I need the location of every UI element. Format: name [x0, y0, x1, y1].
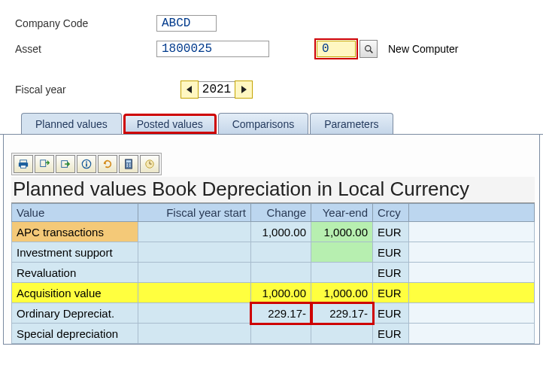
row-revaluation: Revaluation EUR — [12, 263, 535, 283]
svg-point-18 — [129, 166, 131, 167]
cell-change[interactable] — [251, 263, 311, 283]
svg-marker-3 — [241, 86, 247, 93]
cell-crcy[interactable]: EUR — [373, 324, 409, 344]
cell-yearend[interactable]: 1,000.00 — [311, 283, 373, 303]
calculator-icon — [123, 159, 134, 169]
tab-strip: Planned values Posted values Comparisons… — [0, 113, 543, 345]
export-button[interactable] — [35, 155, 54, 173]
cell-spacer — [409, 283, 535, 303]
calculator-button[interactable] — [119, 155, 138, 173]
cell-fys[interactable] — [138, 242, 251, 263]
clock-button[interactable] — [140, 155, 159, 173]
tab-planned-values[interactable]: Planned values — [21, 113, 122, 134]
cell-yearend[interactable]: 229.17- — [311, 303, 373, 324]
cell-label[interactable]: Revaluation — [12, 263, 138, 283]
col-change[interactable]: Change — [251, 204, 311, 222]
asset-description: New Computer — [388, 43, 458, 55]
cell-spacer — [409, 242, 535, 263]
fiscal-year-next-button[interactable] — [235, 81, 253, 99]
cell-change[interactable] — [251, 242, 311, 263]
tab-label: Posted values — [137, 118, 203, 130]
tab-comparisons[interactable]: Comparisons — [218, 113, 308, 134]
row-investment-support: Investment support EUR — [12, 242, 535, 263]
col-value[interactable]: Value — [12, 204, 138, 222]
row-acquisition-value: Acquisition value 1,000.00 1,000.00 EUR — [12, 283, 535, 303]
tab-label: Planned values — [35, 118, 108, 130]
export2-button[interactable] — [56, 155, 75, 173]
info-icon — [81, 159, 92, 169]
cell-yearend[interactable] — [311, 263, 373, 283]
cell-label[interactable]: Acquisition value — [12, 283, 138, 303]
cell-spacer — [409, 222, 535, 242]
cell-crcy[interactable]: EUR — [373, 263, 409, 283]
company-code-input[interactable] — [156, 15, 217, 32]
svg-point-16 — [129, 163, 131, 165]
svg-rect-6 — [21, 166, 26, 169]
export-icon — [39, 159, 50, 169]
cell-label[interactable]: Ordinary Depreciat. — [12, 303, 138, 324]
tab-posted-values[interactable]: Posted values — [123, 114, 217, 134]
row-ordinary-depreciation: Ordinary Depreciat. 229.17- 229.17- EUR — [12, 303, 535, 324]
cell-crcy[interactable]: EUR — [373, 303, 409, 324]
svg-rect-10 — [86, 163, 87, 166]
col-year-end[interactable]: Year-end — [311, 204, 373, 222]
info-button[interactable] — [77, 155, 96, 173]
svg-rect-4 — [20, 160, 27, 163]
asset-number-input[interactable] — [156, 41, 269, 57]
svg-point-0 — [365, 45, 370, 50]
cell-fys[interactable] — [138, 303, 251, 324]
cell-yearend[interactable] — [311, 324, 373, 344]
row-apc-transactions: APC transactions 1,000.00 1,000.00 EUR — [12, 222, 535, 242]
cell-label[interactable]: APC transactions — [12, 222, 138, 242]
cell-label[interactable]: Investment support — [12, 242, 138, 263]
cell-fys[interactable] — [138, 263, 251, 283]
company-code-label: Company Code — [15, 17, 156, 29]
col-currency[interactable]: Crcy — [373, 204, 409, 222]
cell-yearend[interactable]: 1,000.00 — [311, 222, 373, 242]
fiscal-year-row: Fiscal year — [15, 80, 543, 99]
search-icon — [364, 44, 374, 54]
company-code-row: Company Code — [15, 14, 543, 33]
asset-search-button[interactable] — [359, 40, 378, 58]
cell-change[interactable]: 229.17- — [251, 303, 311, 324]
row-special-depreciation: Special depreciation EUR — [12, 324, 535, 344]
refresh-icon — [102, 159, 113, 169]
cell-crcy[interactable]: EUR — [373, 222, 409, 242]
cell-fys[interactable] — [138, 324, 251, 344]
header-form: Company Code Asset New Computer Fiscal y… — [0, 0, 543, 99]
printer-icon — [18, 159, 29, 169]
cell-spacer — [409, 303, 535, 324]
cell-yearend[interactable] — [311, 242, 373, 263]
tab-parameters[interactable]: Parameters — [310, 113, 393, 134]
cell-fys[interactable] — [138, 222, 251, 242]
cell-fys[interactable] — [138, 283, 251, 303]
svg-rect-7 — [41, 160, 46, 167]
cell-crcy[interactable]: EUR — [373, 283, 409, 303]
svg-marker-2 — [187, 86, 192, 93]
print-button[interactable] — [14, 155, 33, 173]
grid-header-row: Value Fiscal year start Change Year-end … — [12, 204, 535, 222]
tab-label: Comparisons — [232, 118, 294, 130]
col-spacer — [409, 204, 535, 222]
triangle-right-icon — [241, 86, 247, 93]
svg-rect-14 — [126, 160, 131, 163]
cell-label[interactable]: Special depreciation — [12, 324, 138, 344]
grid-toolbar — [11, 153, 162, 175]
fiscal-year-prev-button[interactable] — [180, 81, 199, 99]
col-fiscal-year-start[interactable]: Fiscal year start — [138, 204, 251, 222]
asset-subnumber-input[interactable] — [317, 41, 356, 57]
cell-spacer — [409, 324, 535, 344]
cell-crcy[interactable]: EUR — [373, 242, 409, 263]
cell-change[interactable]: 1,000.00 — [251, 283, 311, 303]
svg-point-15 — [126, 163, 128, 165]
asset-subnumber-highlight — [314, 38, 358, 59]
cell-change[interactable] — [251, 324, 311, 344]
refresh-button[interactable] — [98, 155, 117, 173]
fiscal-year-input[interactable] — [199, 81, 235, 98]
grid-title: Planned values Book Depreciation in Loca… — [11, 177, 535, 203]
cell-spacer — [409, 263, 535, 283]
cell-change[interactable]: 1,000.00 — [251, 222, 311, 242]
svg-rect-11 — [86, 162, 87, 163]
svg-line-1 — [370, 50, 372, 53]
fiscal-year-label: Fiscal year — [15, 84, 156, 96]
